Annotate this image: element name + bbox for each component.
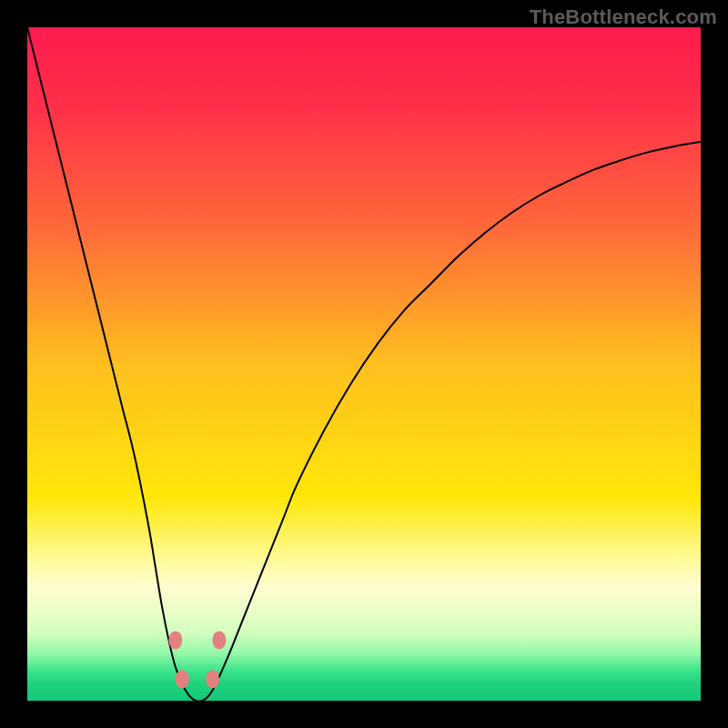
chart-container: TheBottleneck.com: [0, 0, 728, 728]
bottleneck-chart: [27, 27, 701, 701]
curve-marker: [206, 670, 219, 688]
curve-marker: [212, 631, 226, 649]
curve-marker: [168, 631, 182, 649]
curve-marker: [176, 670, 189, 688]
watermark-text: TheBottleneck.com: [530, 5, 717, 29]
